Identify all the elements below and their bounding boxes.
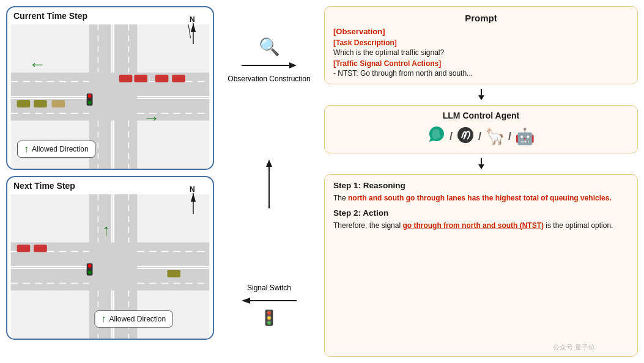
svg-marker-33: [191, 23, 196, 32]
svg-marker-64: [191, 193, 196, 202]
prompt-title: Prompt: [333, 13, 629, 23]
compass-bottom: N: [182, 185, 204, 215]
svg-marker-68: [266, 160, 272, 167]
svg-rect-56: [167, 270, 180, 277]
svg-marker-66: [289, 62, 297, 68]
svg-point-28: [88, 101, 92, 105]
svg-rect-2: [89, 24, 138, 169]
step1-title: Step 1: Reasoning: [333, 181, 629, 190]
svg-marker-75: [478, 164, 484, 169]
prompt-panel: Prompt [Observation] [Task Description] …: [324, 6, 638, 84]
signal-switch-section: Signal Switch 🚦: [242, 284, 297, 326]
allowed-direction-badge-top: ↑ Allowed Direction: [17, 141, 95, 158]
divider-3: /: [508, 130, 511, 143]
svg-rect-22: [172, 75, 185, 82]
watermark: 公众号·量子位: [553, 343, 595, 352]
llama-icon: 🦙: [485, 127, 505, 146]
llm-icons-row: / / 🦙 / 🤖: [333, 125, 629, 148]
step1-plain1: The: [333, 194, 348, 202]
obs-construction-label: Observation Construction: [228, 74, 310, 84]
step1-text: The north and south go through lanes has…: [333, 193, 629, 204]
svg-rect-21: [155, 75, 169, 82]
claude-icon: [456, 126, 475, 148]
svg-rect-54: [17, 245, 31, 252]
task-label: [Task Description]: [333, 38, 629, 47]
svg-text:→: →: [143, 108, 160, 127]
observation-label: [Observation]: [333, 27, 629, 36]
svg-marker-70: [242, 298, 250, 304]
down-arrow-to-llm: [324, 89, 638, 100]
svg-text:N: N: [190, 185, 195, 194]
step2-plain2: is the optimal option.: [544, 221, 613, 230]
svg-rect-19: [119, 75, 133, 82]
allowed-direction-label-bottom: Allowed Direction: [109, 315, 166, 323]
step2-title: Step 2: Action: [333, 208, 629, 218]
up-arrow-middle: [263, 160, 275, 208]
middle-column: 🔍 Observation Construction Signal Switch: [220, 6, 318, 357]
svg-rect-25: [52, 100, 65, 108]
openai-icon: [427, 125, 446, 148]
magnifier-icon: 🔍: [259, 37, 280, 57]
svg-text:↑: ↑: [102, 221, 110, 238]
signal-actions-text: - NTST: Go through from north and south.…: [333, 69, 629, 78]
svg-text:←: ←: [29, 54, 46, 73]
svg-rect-24: [34, 100, 47, 108]
llm-agent-box: LLM Control Agent /: [324, 105, 638, 153]
signal-actions-label: [Traffic Signal Control Actions]: [333, 59, 629, 68]
obs-construction-section: 🔍 Observation Construction: [228, 37, 310, 84]
right-side: Prompt [Observation] [Task Description] …: [324, 6, 638, 357]
compass-top: N: [182, 15, 204, 45]
steps-panel: Step 1: Reasoning The north and south go…: [324, 174, 638, 357]
traffic-light-icon: 🚦: [260, 309, 278, 326]
llm-agent-title: LLM Control Agent: [333, 111, 629, 120]
main-container: Current Time Step: [0, 0, 644, 363]
svg-point-27: [88, 94, 92, 98]
up-arrow-icon-bottom: ↑: [101, 314, 106, 324]
down-arrow-to-steps: [324, 158, 638, 169]
svg-point-59: [88, 271, 92, 274]
svg-rect-23: [17, 100, 31, 108]
signal-switch-label: Signal Switch: [247, 284, 291, 292]
left-side: Current Time Step: [6, 6, 214, 357]
robot-icon: 🤖: [515, 127, 535, 146]
step2-plain1: Therefore, the signal: [333, 221, 402, 230]
divider-1: /: [450, 130, 453, 143]
svg-rect-55: [34, 245, 47, 252]
allowed-direction-label-top: Allowed Direction: [32, 145, 89, 153]
right-arrow-obs: [242, 59, 297, 72]
current-time-step-box: Current Time Step: [6, 6, 214, 170]
step2-highlight: go through from north and south (NTST): [402, 221, 544, 230]
step1-highlight: north and south go through lanes has the…: [348, 194, 612, 202]
up-arrow-icon-top: ↑: [24, 144, 29, 155]
step2-text: Therefore, the signal go through from no…: [333, 220, 629, 231]
svg-marker-72: [478, 95, 484, 100]
allowed-direction-badge-bottom: ↑ Allowed Direction: [94, 310, 172, 328]
left-arrow-signal: [242, 295, 297, 307]
svg-text:N: N: [190, 15, 195, 24]
up-arrow-section: [263, 84, 275, 284]
next-time-step-box: Next Time Step: [6, 176, 214, 340]
svg-point-58: [88, 264, 92, 268]
task-text: Which is the optimal traffic signal?: [333, 48, 629, 57]
divider-2: /: [478, 130, 481, 143]
svg-rect-20: [134, 75, 147, 82]
